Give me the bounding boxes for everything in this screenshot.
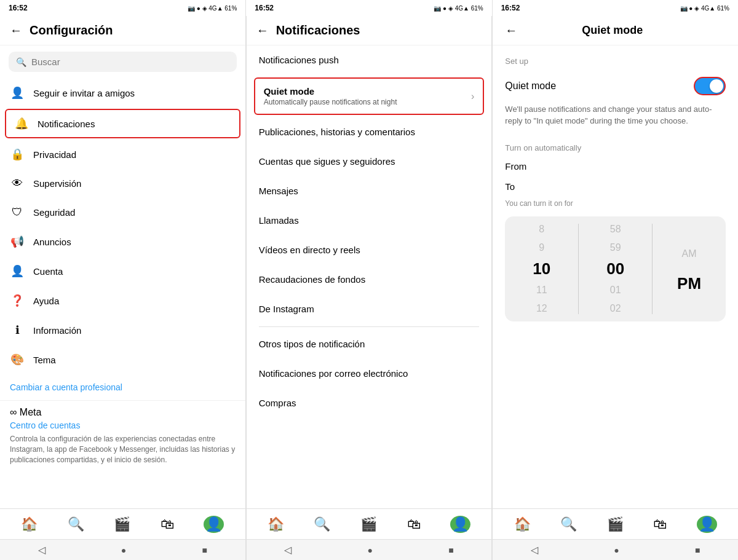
notif-item-mensajes[interactable]: Mensajes	[247, 176, 492, 206]
reels-icon-3[interactable]: 🎬	[607, 516, 624, 532]
nav-item-tema[interactable]: 🎨 Tema	[0, 345, 245, 374]
min-59[interactable]: 59	[579, 239, 652, 257]
pm-option-selected[interactable]: PM	[653, 272, 726, 296]
notif-item-llamadas[interactable]: Llamadas	[247, 206, 492, 235]
nav-item-ayuda[interactable]: ❓ Ayuda	[0, 286, 245, 315]
from-label: From	[505, 161, 542, 172]
notificaciones-panel: ← Notificaciones Notificaciones push Qui…	[247, 16, 493, 560]
profile-icon-2[interactable]: 👤	[450, 516, 470, 533]
search-icon-2[interactable]: 🔍	[314, 516, 330, 532]
quietmode-title: Quiet mode	[517, 24, 707, 37]
home-icon-3[interactable]: 🏠	[514, 516, 531, 532]
reels-icon-1[interactable]: 🎬	[114, 516, 130, 532]
hour-9[interactable]: 9	[505, 239, 578, 257]
back-btn-2[interactable]: ◁	[284, 544, 292, 556]
nav-label-tema: Tema	[33, 355, 56, 365]
notif-item-videos[interactable]: Vídeos en directo y reels	[247, 235, 492, 265]
hour-11[interactable]: 11	[505, 281, 578, 299]
notif-item-instagram[interactable]: De Instagram	[247, 294, 492, 324]
meta-section: ∞ Meta Centro de cuentas Controla la con…	[0, 400, 245, 471]
home-icon-1[interactable]: 🏠	[21, 516, 38, 532]
home-icon-2[interactable]: 🏠	[268, 516, 284, 532]
square-btn-1[interactable]: ■	[202, 545, 207, 555]
notif-item-quietmode[interactable]: Quiet mode Automatically pause notificat…	[254, 77, 485, 115]
notificaciones-header: ← Notificaciones	[247, 16, 492, 45]
bottom-nav-1: 🏠 🔍 🎬 🛍 👤	[0, 508, 245, 539]
notif-item-email[interactable]: Notificaciones por correo electrónico	[247, 359, 492, 388]
profile-icon-3[interactable]: 👤	[697, 516, 717, 533]
nav-item-informacion[interactable]: ℹ Información	[0, 315, 245, 345]
quiet-mode-toggle[interactable]	[694, 77, 726, 95]
home-btn-2[interactable]: ●	[368, 545, 373, 555]
configuracion-nav: 👤 Seguir e invitar a amigos 🔔 Notificaci…	[0, 78, 245, 508]
search-input[interactable]	[31, 57, 229, 67]
time-picker[interactable]: 8 9 10 11 12 58 59 00 01 02	[505, 216, 726, 321]
nav-item-seguridad[interactable]: 🛡 Seguridad	[0, 198, 245, 227]
shop-icon-1[interactable]: 🛍	[161, 516, 174, 532]
notificaciones-list: Notificaciones push Quiet mode Automatic…	[247, 45, 492, 508]
notif-item-cuentas[interactable]: Cuentas que sigues y seguidores	[247, 147, 492, 176]
nav-label-cuenta: Cuenta	[33, 266, 63, 277]
quiet-toggle-row: Quiet mode	[493, 71, 738, 101]
status-time-2: 16:52	[255, 4, 274, 12]
nav-item-supervision[interactable]: 👁 Supervisión	[0, 169, 245, 198]
setup-label: Set up	[493, 45, 738, 71]
quiet-mode-arrow: ›	[471, 91, 474, 102]
search-icon-3[interactable]: 🔍	[560, 516, 577, 532]
quietmode-content: Set up Quiet mode We'll pause notificati…	[493, 45, 738, 508]
notif-label-email: Notificaciones por correo electrónico	[259, 368, 408, 379]
pro-link[interactable]: Cambiar a cuenta profesional	[10, 382, 122, 392]
notif-item-recaudaciones[interactable]: Recaudaciones de fondos	[247, 265, 492, 294]
ampm-col: AM PM	[653, 220, 726, 318]
nav-btns-1: ◁ ● ■	[0, 539, 245, 560]
status-time-3: 16:52	[501, 4, 520, 12]
notif-item-publicaciones[interactable]: Publicaciones, historias y comentarios	[247, 117, 492, 147]
quiet-mode-sublabel: Automatically pause notifications at nig…	[264, 98, 397, 106]
back-arrow-notif[interactable]: ←	[256, 23, 269, 37]
toggle-desc: We'll pause notifications and change you…	[493, 101, 738, 137]
back-btn-3[interactable]: ◁	[531, 544, 538, 556]
home-btn-3[interactable]: ●	[614, 545, 619, 555]
hour-12[interactable]: 12	[505, 299, 578, 318]
turn-on-auto-label: Turn on automatically	[493, 137, 738, 156]
shop-icon-3[interactable]: 🛍	[653, 516, 667, 532]
search-icon-1[interactable]: 🔍	[68, 516, 84, 532]
search-icon: 🔍	[16, 57, 26, 67]
hour-10-selected[interactable]: 10	[505, 257, 578, 281]
nav-item-privacidad[interactable]: 🔒 Privacidad	[0, 140, 245, 169]
to-label: To	[505, 181, 542, 192]
nav-item-seguir[interactable]: 👤 Seguir e invitar a amigos	[0, 78, 245, 108]
meta-link[interactable]: Centro de cuentas	[10, 420, 236, 430]
reels-icon-2[interactable]: 🎬	[360, 516, 377, 532]
notif-label-mensajes: Mensajes	[259, 186, 298, 196]
min-00-selected[interactable]: 00	[579, 257, 652, 281]
home-btn-1[interactable]: ●	[121, 545, 126, 555]
notif-item-compras[interactable]: Compras	[247, 388, 492, 418]
hour-8[interactable]: 8	[505, 220, 578, 239]
tema-icon: 🎨	[10, 353, 25, 366]
status-icons-3: 📷 ● ◈ 4G▲ 61%	[680, 5, 729, 12]
nav-item-cuenta[interactable]: 👤 Cuenta	[0, 256, 245, 286]
profile-icon-1[interactable]: 👤	[204, 516, 224, 533]
informacion-icon: ℹ	[10, 323, 25, 337]
back-arrow-config[interactable]: ←	[10, 23, 22, 37]
notif-item-push[interactable]: Notificaciones push	[247, 45, 492, 75]
search-bar[interactable]: 🔍	[9, 52, 237, 72]
shop-icon-2[interactable]: 🛍	[407, 516, 421, 532]
notif-item-otros[interactable]: Otros tipos de notificación	[247, 329, 492, 359]
min-01[interactable]: 01	[579, 281, 652, 299]
min-58[interactable]: 58	[579, 220, 652, 239]
from-row: From	[493, 156, 738, 176]
nav-btns-3: ◁ ● ■	[493, 539, 738, 560]
back-arrow-qm[interactable]: ←	[505, 23, 517, 37]
bottom-nav-3: 🏠 🔍 🎬 🛍 👤	[493, 508, 738, 539]
square-btn-3[interactable]: ■	[695, 545, 700, 555]
square-btn-2[interactable]: ■	[448, 545, 453, 555]
toggle-label: Quiet mode	[505, 81, 694, 92]
min-02[interactable]: 02	[579, 299, 652, 318]
nav-item-anuncios[interactable]: 📢 Anuncios	[0, 227, 245, 256]
status-icons-2: 📷 ● ◈ 4G▲ 61%	[434, 5, 483, 12]
am-option[interactable]: AM	[653, 242, 726, 266]
back-btn-1[interactable]: ◁	[38, 544, 46, 556]
nav-item-notificaciones[interactable]: 🔔 Notificaciones	[5, 109, 240, 138]
